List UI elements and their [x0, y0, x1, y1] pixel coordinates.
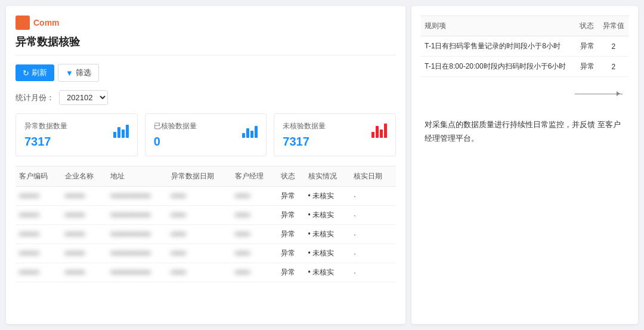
cell-2-4: •••••• — [231, 225, 277, 244]
table-row[interactable]: ••••••••••••••••••••••••••••••••••••••••… — [16, 187, 396, 206]
refresh-button[interactable]: ↻ 刷新 — [16, 64, 54, 81]
stat-label-2: 未核验数据量 — [283, 121, 326, 131]
stat-value-2: 7317 — [283, 135, 326, 149]
page-title: 异常数据核验 — [16, 35, 396, 55]
stat-card-abnormal: 异常数据数量 7317 — [16, 113, 138, 156]
cell-4-3: •••••• — [168, 263, 231, 282]
rule-table-row: T-1日在8:00-20:00时段内扫码时段小于6小时异常2 — [421, 57, 628, 77]
th-verify-date: 核实日期 — [350, 166, 396, 187]
filter-label: 筛选 — [76, 67, 91, 78]
stat-card-verified: 已核验数据量 0 — [145, 113, 267, 156]
rule-status-0: 异常 — [576, 36, 599, 57]
toolbar: ↻ 刷新 ▼ 筛选 — [16, 64, 396, 82]
bar-chart-icon-1 — [242, 121, 258, 138]
cell-2-7: · — [350, 225, 396, 244]
cell-0-5: 异常 — [277, 187, 305, 206]
cell-1-7: · — [350, 206, 396, 225]
cell-1-2: •••••••••••••••• — [107, 206, 167, 225]
arrow-annotation — [421, 87, 628, 104]
description-box: 对采集点的数据质量进行持续性日常监控，并反馈 至客户经理管理平台。 — [421, 112, 628, 152]
cell-2-0: •••••••• — [16, 225, 61, 244]
stat-value-0: 7317 — [24, 135, 67, 149]
cell-0-4: •••••• — [231, 187, 277, 206]
table-row[interactable]: ••••••••••••••••••••••••••••••••••••••••… — [16, 206, 396, 225]
cell-1-5: 异常 — [277, 206, 305, 225]
rule-th-status: 状态 — [576, 16, 599, 36]
month-select[interactable]: 202102 — [59, 90, 108, 105]
cell-1-0: •••••••• — [16, 206, 61, 225]
logo-icon — [16, 16, 30, 30]
rule-name-1: T-1日在8:00-20:00时段内扫码时段小于6小时 — [421, 57, 576, 77]
table-row[interactable]: ••••••••••••••••••••••••••••••••••••••••… — [16, 225, 396, 244]
filter-label-text: 统计月份： — [16, 92, 54, 103]
cell-1-6: • 未核实 — [305, 206, 351, 225]
stats-row: 异常数据数量 7317 已核验数据量 0 — [16, 113, 396, 156]
cell-0-6: • 未核实 — [305, 187, 351, 206]
right-panel: 规则项 状态 异常值 T-1日有扫码零售量记录的时间段小于8小时异常2T-1日在… — [411, 6, 638, 324]
cell-4-4: •••••• — [231, 263, 277, 282]
cell-0-3: •••••• — [168, 187, 231, 206]
cell-2-3: •••••• — [168, 225, 231, 244]
left-panel: Comm 异常数据核验 ↻ 刷新 ▼ 筛选 统计月份： 202102 — [6, 6, 405, 324]
cell-1-4: •••••• — [231, 206, 277, 225]
th-verify: 核实情况 — [305, 166, 351, 187]
cell-2-6: • 未核实 — [305, 225, 351, 244]
cell-0-7: · — [350, 187, 396, 206]
th-manager: 客户经理 — [231, 166, 277, 187]
cell-3-6: • 未核实 — [305, 244, 351, 263]
cell-3-4: •••••• — [231, 244, 277, 263]
logo-text: Comm — [33, 18, 60, 27]
cell-0-2: •••••••••••••••• — [107, 187, 167, 206]
rule-status-1: 异常 — [576, 57, 599, 77]
arrow-line — [575, 94, 623, 94]
table-row[interactable]: ••••••••••••••••••••••••••••••••••••••••… — [16, 263, 396, 282]
stat-label-0: 异常数据数量 — [24, 121, 67, 131]
cell-3-3: •••••• — [168, 244, 231, 263]
rule-th-name: 规则项 — [421, 16, 576, 36]
cell-2-5: 异常 — [277, 225, 305, 244]
cell-0-1: •••••••• — [61, 187, 107, 206]
filter-button[interactable]: ▼ 筛选 — [58, 64, 99, 82]
rule-th-value: 异常值 — [599, 16, 628, 36]
rule-value-1: 2 — [599, 57, 628, 77]
cell-1-1: •••••••• — [61, 206, 107, 225]
th-address: 地址 — [107, 166, 167, 187]
description-text: 对采集点的数据质量进行持续性日常监控，并反馈 至客户经理管理平台。 — [425, 120, 621, 143]
stat-value-1: 0 — [154, 135, 197, 149]
cell-2-1: •••••••• — [61, 225, 107, 244]
th-customer-code: 客户编码 — [16, 166, 61, 187]
cell-4-5: 异常 — [277, 263, 305, 282]
filter-icon: ▼ — [66, 69, 73, 78]
cell-4-6: • 未核实 — [305, 263, 351, 282]
rule-name-0: T-1日有扫码零售量记录的时间段小于8小时 — [421, 36, 576, 57]
refresh-label: 刷新 — [32, 67, 47, 78]
cell-3-5: 异常 — [277, 244, 305, 263]
rule-table-row: T-1日有扫码零售量记录的时间段小于8小时异常2 — [421, 36, 628, 57]
logo-area: Comm — [16, 16, 396, 30]
cell-3-7: · — [350, 244, 396, 263]
bar-chart-icon-0 — [113, 121, 129, 138]
cell-3-1: •••••••• — [61, 244, 107, 263]
cell-4-0: •••••••• — [16, 263, 61, 282]
filter-row: 统计月份： 202102 — [16, 90, 396, 105]
refresh-icon: ↻ — [23, 69, 29, 78]
th-date: 异常数据日期 — [168, 166, 231, 187]
stat-card-unverified: 未核验数据量 7317 — [274, 113, 396, 156]
cell-3-2: •••••••••••••••• — [107, 244, 167, 263]
th-company-name: 企业名称 — [61, 166, 107, 187]
cell-3-0: •••••••• — [16, 244, 61, 263]
data-table: 客户编码 企业名称 地址 异常数据日期 客户经理 状态 核实情况 核实日期 ••… — [16, 166, 396, 282]
cell-4-7: · — [350, 263, 396, 282]
bar-chart-icon-2 — [371, 121, 387, 138]
rule-value-0: 2 — [599, 36, 628, 57]
stat-label-1: 已核验数据量 — [154, 121, 197, 131]
cell-4-1: •••••••• — [61, 263, 107, 282]
cell-0-0: •••••••• — [16, 187, 61, 206]
th-status: 状态 — [277, 166, 305, 187]
cell-1-3: •••••• — [168, 206, 231, 225]
rule-table: 规则项 状态 异常值 T-1日有扫码零售量记录的时间段小于8小时异常2T-1日在… — [421, 16, 628, 77]
table-row[interactable]: ••••••••••••••••••••••••••••••••••••••••… — [16, 244, 396, 263]
cell-4-2: •••••••••••••••• — [107, 263, 167, 282]
cell-2-2: •••••••••••••••• — [107, 225, 167, 244]
